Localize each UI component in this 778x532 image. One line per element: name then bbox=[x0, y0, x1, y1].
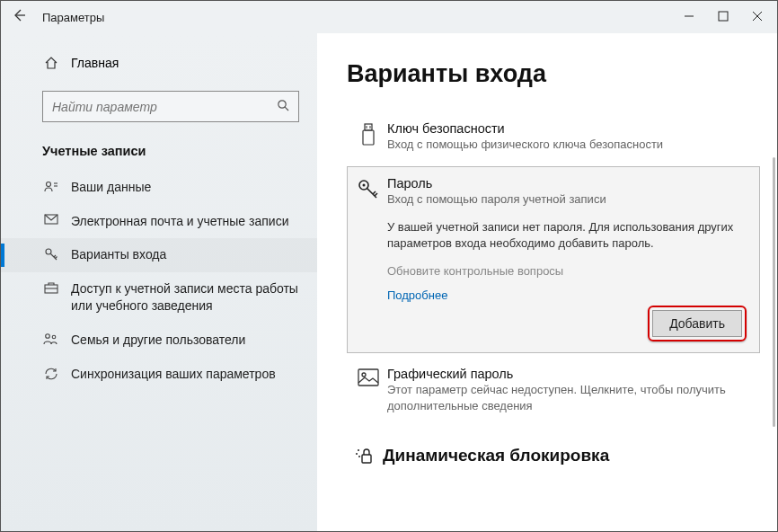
svg-rect-15 bbox=[365, 124, 372, 130]
search-input[interactable] bbox=[52, 100, 277, 114]
svg-rect-16 bbox=[363, 130, 374, 145]
briefcase-icon bbox=[42, 281, 60, 294]
option-title: Ключ безопасности bbox=[387, 121, 752, 136]
scrollbar-thumb[interactable] bbox=[773, 157, 775, 427]
sidebar-item-label: Синхронизация ваших параметров bbox=[71, 366, 276, 384]
page-title: Варианты входа bbox=[347, 60, 768, 88]
svg-point-10 bbox=[46, 249, 51, 254]
sidebar-item-your-info[interactable]: Ваши данные bbox=[1, 171, 317, 205]
svg-point-22 bbox=[362, 373, 366, 377]
svg-point-26 bbox=[358, 456, 360, 457]
close-button[interactable] bbox=[748, 11, 766, 24]
sidebar-item-email[interactable]: Электронная почта и учетные записи bbox=[1, 205, 317, 239]
password-info-text: У вашей учетной записи нет пароля. Для и… bbox=[387, 219, 752, 252]
svg-point-13 bbox=[46, 334, 50, 339]
picture-icon bbox=[353, 367, 384, 413]
option-desc: Этот параметр сейчас недоступен. Щелкнит… bbox=[387, 382, 752, 413]
maximize-button[interactable] bbox=[714, 11, 732, 24]
minimize-icon bbox=[684, 11, 694, 22]
sidebar-item-family[interactable]: Семья и другие пользователи bbox=[1, 324, 317, 358]
maximize-icon bbox=[718, 11, 729, 22]
back-button[interactable] bbox=[12, 8, 26, 27]
home-icon bbox=[44, 56, 58, 74]
svg-rect-23 bbox=[362, 455, 371, 463]
svg-point-4 bbox=[278, 101, 286, 108]
close-icon bbox=[752, 11, 763, 22]
sidebar-item-label: Электронная почта и учетные записи bbox=[71, 213, 288, 231]
people-icon bbox=[42, 332, 60, 345]
add-button-highlight: Добавить bbox=[648, 306, 747, 341]
titlebar: Параметры bbox=[1, 1, 777, 33]
dynamic-lock-icon bbox=[352, 447, 377, 465]
option-title: Пароль bbox=[387, 176, 752, 191]
svg-point-20 bbox=[363, 183, 366, 186]
svg-line-5 bbox=[285, 107, 288, 111]
main-panel: Варианты входа Ключ безопасности Вход с … bbox=[317, 33, 777, 531]
svg-rect-1 bbox=[719, 12, 728, 21]
key-icon bbox=[42, 247, 60, 262]
settings-window: Параметры Главная Уч bbox=[0, 0, 778, 532]
dynamic-lock-heading: Динамическая блокировка bbox=[347, 446, 768, 466]
learn-more-link[interactable]: Подробнее bbox=[387, 288, 752, 302]
person-badge-icon bbox=[42, 180, 60, 192]
update-questions-link[interactable]: Обновите контрольные вопросы bbox=[387, 264, 752, 278]
usb-key-icon bbox=[353, 121, 384, 153]
option-picture-password[interactable]: Графический пароль Этот параметр сейчас … bbox=[347, 357, 760, 423]
option-desc: Вход с помощью физического ключа безопас… bbox=[387, 137, 752, 153]
sidebar-section-title: Учетные записи bbox=[1, 138, 317, 171]
svg-point-25 bbox=[356, 453, 358, 455]
key-large-icon bbox=[353, 176, 384, 303]
sidebar-item-work-access[interactable]: Доступ к учетной записи места работы или… bbox=[1, 272, 317, 324]
minimize-button[interactable] bbox=[680, 11, 698, 24]
sidebar-item-signin-options[interactable]: Варианты входа bbox=[1, 238, 317, 272]
sidebar: Главная Учетные записи Ваши данные bbox=[1, 33, 317, 531]
add-button[interactable]: Добавить bbox=[652, 310, 742, 337]
sidebar-item-sync[interactable]: Синхронизация ваших параметров bbox=[1, 358, 317, 392]
home-label: Главная bbox=[71, 56, 119, 70]
search-box[interactable] bbox=[42, 91, 299, 122]
option-security-key[interactable]: Ключ безопасности Вход с помощью физичес… bbox=[347, 111, 760, 163]
home-link[interactable]: Главная bbox=[1, 49, 317, 80]
search-icon bbox=[277, 99, 289, 114]
option-title: Графический пароль bbox=[387, 367, 752, 381]
sidebar-item-label: Ваши данные bbox=[71, 179, 151, 197]
svg-point-14 bbox=[52, 335, 56, 339]
sync-icon bbox=[42, 367, 60, 381]
mail-icon bbox=[42, 214, 60, 225]
option-password[interactable]: Пароль Вход с помощью пароля учетной зап… bbox=[347, 166, 760, 354]
sidebar-item-label: Варианты входа bbox=[71, 246, 166, 264]
sidebar-item-label: Семья и другие пользователи bbox=[71, 332, 245, 350]
svg-point-24 bbox=[358, 449, 359, 451]
arrow-left-icon bbox=[12, 8, 26, 22]
svg-point-6 bbox=[47, 182, 51, 187]
svg-rect-21 bbox=[358, 369, 378, 386]
dynamic-lock-title: Динамическая блокировка bbox=[383, 446, 609, 466]
sidebar-item-label: Доступ к учетной записи места работы или… bbox=[71, 280, 308, 315]
option-desc: Вход с помощью пароля учетной записи bbox=[387, 191, 752, 208]
window-title: Параметры bbox=[42, 11, 680, 24]
